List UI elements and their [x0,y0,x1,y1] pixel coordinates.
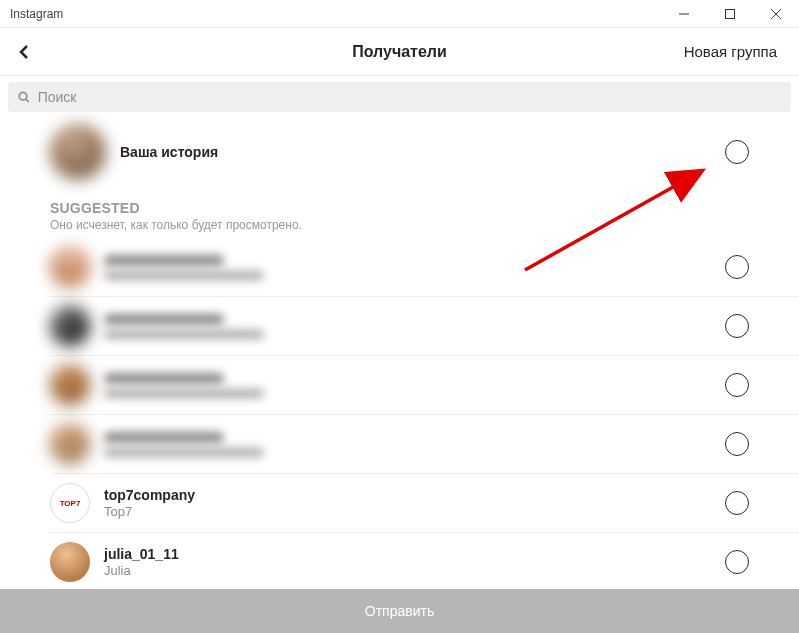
user-text [104,255,725,280]
svg-line-5 [26,99,29,102]
suggested-title: SUGGESTED [50,200,749,216]
suggested-subtitle: Оно исчезнет, как только будет просмотре… [50,218,749,232]
user-checkbox[interactable] [725,550,749,574]
user-avatar: TOP7 [50,483,90,523]
user-username [104,255,224,266]
window-title: Instagram [0,7,661,21]
window-titlebar: Instagram [0,0,799,28]
search-container [0,76,799,116]
your-story-label: Ваша история [120,144,725,160]
user-checkbox[interactable] [725,491,749,515]
suggested-header: SUGGESTED Оно исчезнет, как только будет… [0,200,799,238]
user-avatar [50,424,90,464]
search-icon [18,91,30,103]
back-button[interactable] [0,28,50,76]
user-username: julia_01_11 [104,546,725,562]
close-button[interactable] [753,0,799,28]
page-header: Получатели Новая группа [0,28,799,76]
user-avatar [50,542,90,582]
user-checkbox[interactable] [725,373,749,397]
user-avatar [50,365,90,405]
user-username [104,432,224,443]
user-username [104,373,224,384]
user-username: top7company [104,487,725,503]
page-title: Получатели [352,43,447,61]
user-text [104,314,725,339]
search-bar[interactable] [8,82,791,112]
user-checkbox[interactable] [725,432,749,456]
user-avatar [50,247,90,287]
suggested-row[interactable] [50,356,799,415]
svg-point-4 [19,92,27,100]
user-checkbox[interactable] [725,255,749,279]
send-button[interactable]: Отправить [0,589,799,633]
close-icon [771,9,781,19]
minimize-icon [679,9,689,19]
user-text: julia_01_11Julia [104,546,725,578]
user-display-name [104,389,264,398]
your-story-checkbox[interactable] [725,140,749,164]
user-display-name: Top7 [104,504,725,519]
search-input[interactable] [38,89,781,105]
your-story-row[interactable]: Ваша история [0,112,799,200]
user-display-name [104,448,264,457]
user-display-name [104,271,264,280]
recipients-list: Ваша история SUGGESTED Оно исчезнет, как… [0,112,799,589]
user-checkbox[interactable] [725,314,749,338]
user-display-name: Julia [104,563,725,578]
chevron-left-icon [18,45,32,59]
maximize-button[interactable] [707,0,753,28]
svg-rect-1 [726,9,735,18]
user-display-name [104,330,264,339]
new-group-button[interactable]: Новая группа [684,43,777,60]
maximize-icon [725,9,735,19]
your-story-avatar [50,124,106,180]
user-avatar [50,306,90,346]
user-text [104,373,725,398]
suggested-row[interactable] [50,415,799,474]
suggested-row[interactable]: julia_01_11Julia [50,533,799,589]
suggested-row[interactable] [50,297,799,356]
minimize-button[interactable] [661,0,707,28]
send-label: Отправить [365,603,434,619]
suggested-row[interactable]: TOP7top7companyTop7 [50,474,799,533]
suggested-row[interactable] [50,238,799,297]
user-text: top7companyTop7 [104,487,725,519]
user-text [104,432,725,457]
user-username [104,314,224,325]
